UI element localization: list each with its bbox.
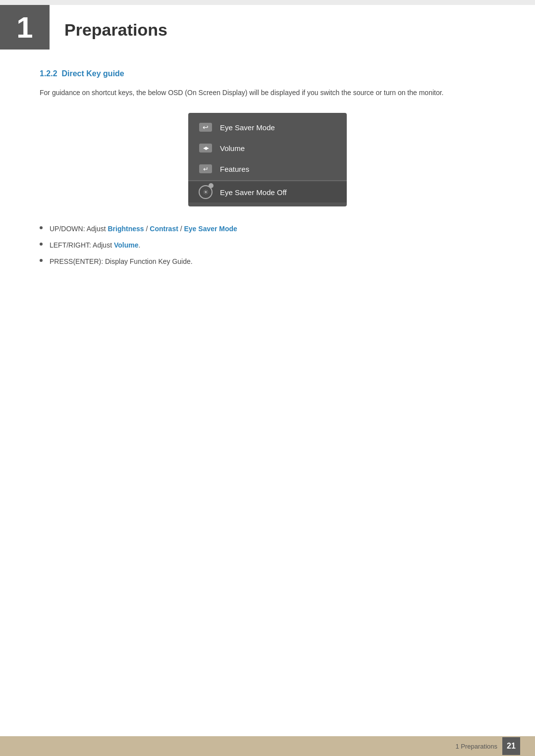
section-heading: Direct Key guide <box>61 69 124 78</box>
bullet-text-3: PRESS(ENTER): Display Function Key Guide… <box>50 256 193 267</box>
highlight-eye-saver-mode: Eye Saver Mode <box>184 225 237 233</box>
volume-icon <box>198 143 213 153</box>
osd-item-eye-saver-mode: Eye Saver Mode <box>188 117 347 138</box>
osd-container: Eye Saver Mode Volume Features <box>40 113 495 206</box>
section-description: For guidance on shortcut keys, the below… <box>40 87 495 98</box>
main-content: 1.2.2 Direct Key guide For guidance on s… <box>0 69 535 267</box>
section-number: 1.2.2 <box>40 69 57 78</box>
features-icon <box>198 163 213 174</box>
bullet-item-2: LEFT/RIGHT: Adjust Volume. <box>40 240 495 251</box>
osd-label-eye-saver-mode: Eye Saver Mode <box>220 123 275 132</box>
eye-saver-icon <box>198 122 213 133</box>
bullet-list: UP/DOWN: Adjust Brightness / Contrast / … <box>40 224 495 267</box>
top-stripe <box>0 0 535 5</box>
bullet-text-1: UP/DOWN: Adjust Brightness / Contrast / … <box>50 224 237 234</box>
osd-label-eye-saver-off: Eye Saver Mode Off <box>220 188 287 197</box>
chapter-title: Preparations <box>50 5 167 50</box>
osd-separator <box>188 180 347 181</box>
eye-saver-off-icon-shape <box>199 185 213 199</box>
highlight-contrast: Contrast <box>150 225 178 233</box>
eye-saver-icon-shape <box>199 123 212 132</box>
page-header: 1 Preparations <box>0 5 535 50</box>
osd-label-volume: Volume <box>220 144 245 152</box>
chapter-number: 1 <box>16 10 33 45</box>
bullet-item-3: PRESS(ENTER): Display Function Key Guide… <box>40 256 495 267</box>
footer-text: 1 Preparations <box>455 743 497 750</box>
highlight-volume: Volume <box>114 241 139 249</box>
page-footer: 1 Preparations 21 <box>0 736 535 756</box>
osd-box: Eye Saver Mode Volume Features <box>188 113 347 206</box>
footer-page-number: 21 <box>502 737 520 755</box>
features-icon-shape <box>199 164 212 173</box>
section-title: 1.2.2 Direct Key guide <box>40 69 495 78</box>
bullet-dot-3 <box>40 259 43 262</box>
chapter-number-block: 1 <box>0 5 50 50</box>
eye-saver-off-icon <box>198 187 213 198</box>
osd-item-eye-saver-off: Eye Saver Mode Off <box>188 182 347 202</box>
osd-item-volume: Volume <box>188 138 347 158</box>
volume-icon-shape <box>199 144 212 152</box>
bullet-dot-2 <box>40 243 43 246</box>
bullet-text-2: LEFT/RIGHT: Adjust Volume. <box>50 240 140 251</box>
osd-item-features: Features <box>188 158 347 179</box>
highlight-brightness: Brightness <box>107 225 144 233</box>
bullet-item-1: UP/DOWN: Adjust Brightness / Contrast / … <box>40 224 495 234</box>
bullet-dot-1 <box>40 226 43 229</box>
osd-label-features: Features <box>220 165 249 173</box>
